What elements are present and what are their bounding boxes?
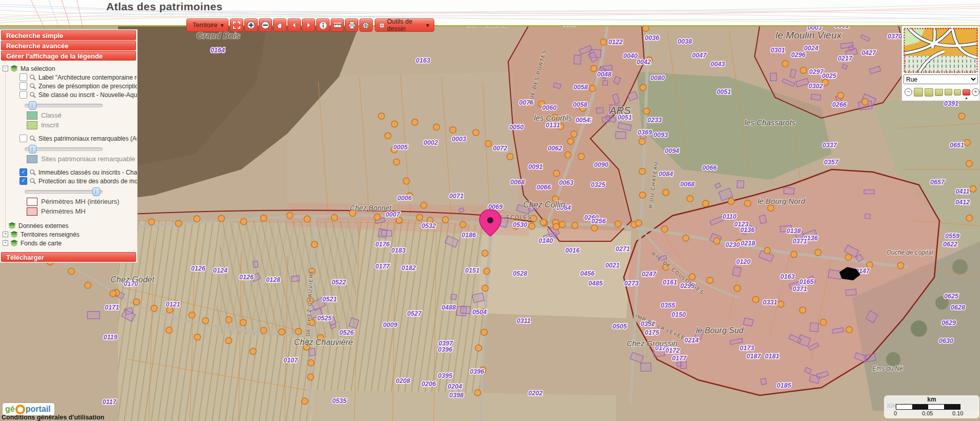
terms-link[interactable]: Conditions générales d'utilisation <box>2 414 104 421</box>
identify-button[interactable] <box>316 18 330 32</box>
expand-icon[interactable]: + <box>3 240 8 246</box>
layer-checkbox-checked[interactable]: ✓ <box>20 168 27 176</box>
svg-text:0164: 0164 <box>210 47 225 54</box>
svg-text:0175: 0175 <box>645 329 660 336</box>
slider-handle[interactable] <box>29 145 36 154</box>
layer-checkbox[interactable] <box>20 135 27 142</box>
svg-text:0629: 0629 <box>941 319 956 327</box>
svg-text:0217: 0217 <box>838 55 853 62</box>
svg-text:0456: 0456 <box>580 270 595 277</box>
svg-text:0024: 0024 <box>804 45 818 52</box>
svg-text:0202: 0202 <box>528 390 543 397</box>
search-icon[interactable] <box>29 83 36 89</box>
mh-swatch <box>27 207 37 216</box>
zoom-out-minus-icon[interactable]: − <box>905 88 912 96</box>
inscrit-label: Inscrit <box>41 121 59 129</box>
svg-text:0126: 0126 <box>239 274 254 281</box>
zoom-level-3[interactable] <box>935 89 943 96</box>
svg-text:0398: 0398 <box>449 392 464 399</box>
zoom-level-current[interactable] <box>963 89 970 95</box>
svg-text:0171: 0171 <box>105 304 119 311</box>
svg-text:0172: 0172 <box>665 347 680 354</box>
svg-text:0630: 0630 <box>939 337 953 345</box>
svg-text:0110: 0110 <box>723 213 737 220</box>
zoom-level-5[interactable] <box>954 89 961 95</box>
slider-handle[interactable] <box>29 101 36 110</box>
svg-text:0060: 0060 <box>542 104 556 111</box>
collapse-icon[interactable]: − <box>3 66 8 71</box>
export-map-button[interactable] <box>359 18 373 32</box>
search-icon[interactable] <box>29 74 36 81</box>
slider-handle[interactable] <box>92 187 100 196</box>
search-simple-header[interactable]: Recherche simple <box>1 30 136 40</box>
legend-header[interactable]: Gérer l'affichage de la légende <box>1 51 136 61</box>
svg-text:0628: 0628 <box>951 304 965 311</box>
svg-text:0150: 0150 <box>671 311 686 318</box>
svg-text:0062: 0062 <box>548 145 562 152</box>
scalebar-segments <box>896 404 960 410</box>
zoom-out-button[interactable] <box>259 18 272 32</box>
svg-text:0080: 0080 <box>650 74 665 82</box>
svg-text:0331: 0331 <box>763 299 777 306</box>
svg-text:0107: 0107 <box>283 357 298 364</box>
tree-node-fonds-de-carte[interactable]: + Fonds de carte <box>0 239 137 247</box>
draw-tools-dropdown[interactable]: Outils de dessin ▼ <box>375 18 434 32</box>
download-header[interactable]: Télécharger <box>1 252 136 262</box>
svg-text:0093: 0093 <box>654 131 668 139</box>
info-icon <box>319 21 328 30</box>
svg-text:0526: 0526 <box>339 329 354 336</box>
search-icon[interactable] <box>29 91 36 98</box>
zoom-level-2[interactable] <box>925 88 933 97</box>
svg-text:0173: 0173 <box>740 345 754 352</box>
map-canvas[interactable]: 0164016300050002000300720050006200930369… <box>0 0 980 421</box>
layer-checkbox[interactable] <box>20 73 27 81</box>
svg-text:0138: 0138 <box>786 227 801 235</box>
opacity-slider[interactable] <box>25 144 103 152</box>
search-icon[interactable] <box>29 178 36 184</box>
svg-text:0296: 0296 <box>791 51 806 59</box>
territoires-label: Territoires renseignés <box>21 231 137 238</box>
zoom-in-plus-icon[interactable]: + <box>972 88 979 96</box>
svg-text:0532: 0532 <box>421 222 436 229</box>
svg-text:Ems du Né: Ems du Né <box>872 365 903 372</box>
zoom-in-button[interactable] <box>244 18 258 32</box>
fullscreen-button[interactable] <box>230 18 243 32</box>
slider-track[interactable] <box>25 190 103 194</box>
svg-text:ARS: ARS <box>609 105 631 116</box>
layer-checkbox-checked[interactable]: ✓ <box>20 177 27 185</box>
svg-text:0396: 0396 <box>470 368 485 375</box>
opacity-slider[interactable] <box>25 187 103 195</box>
expand-icon[interactable]: + <box>3 232 8 237</box>
layer-checkbox[interactable] <box>20 91 27 99</box>
zoom-level-4[interactable] <box>945 89 952 95</box>
overview-map[interactable] <box>904 28 978 73</box>
measure-button[interactable] <box>331 18 344 32</box>
tree-node-territoires[interactable]: + Territoires renseignés <box>0 230 137 239</box>
print-button[interactable] <box>345 18 358 32</box>
overview-map-panel: Rue − + <box>901 26 980 101</box>
layer-checkbox[interactable] <box>20 82 27 90</box>
pan-button[interactable] <box>273 18 286 32</box>
svg-text:0068: 0068 <box>510 179 525 186</box>
svg-text:0325: 0325 <box>591 181 606 188</box>
search-advanced-header[interactable]: Recherche avancée <box>1 41 136 50</box>
previous-view-button[interactable] <box>287 18 301 32</box>
territory-dropdown[interactable]: Territoire ▼ <box>186 18 228 32</box>
chevron-down-icon: ▼ <box>425 23 430 28</box>
svg-text:0266: 0266 <box>832 101 847 108</box>
search-icon[interactable] <box>29 169 36 176</box>
svg-text:Chez Chauvière: Chez Chauvière <box>294 338 353 347</box>
basemap-select[interactable]: Rue <box>904 74 978 84</box>
tree-node-my-selection[interactable]: − Ma sélection <box>0 64 137 73</box>
svg-text:0151: 0151 <box>465 267 479 274</box>
ruler-icon <box>333 21 342 30</box>
zoom-level-1[interactable] <box>914 88 923 97</box>
svg-text:0186: 0186 <box>462 232 476 239</box>
tree-node-donnees-externes[interactable]: Données externes <box>0 221 137 230</box>
svg-text:Ouche de Lopital: Ouche de Lopital <box>887 249 933 256</box>
scalebar-tick: 0.10 <box>952 410 963 416</box>
svg-text:0002: 0002 <box>424 139 438 146</box>
opacity-slider[interactable] <box>25 101 103 109</box>
next-view-button[interactable] <box>302 18 315 32</box>
search-icon[interactable] <box>29 135 36 142</box>
